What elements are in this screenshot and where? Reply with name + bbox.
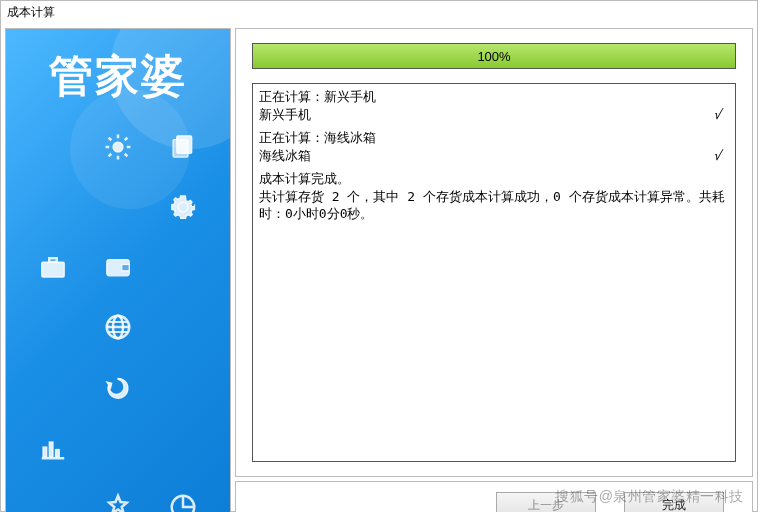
calculation-log: 正在计算：新兴手机 新兴手机 √ 正在计算：海线冰箱 海线冰箱 √ 成本计算完成… (252, 83, 736, 462)
svg-rect-12 (50, 258, 58, 262)
blank-icon (26, 486, 81, 512)
wallet-icon (91, 246, 146, 288)
check-icon: √ (713, 106, 729, 124)
globe-icon (91, 306, 146, 348)
log-line: 新兴手机 √ (259, 106, 729, 124)
svg-point-0 (113, 142, 123, 152)
blank-icon (26, 366, 81, 408)
window-title: 成本计算 (1, 1, 757, 24)
blank-icon (26, 306, 81, 348)
blank-icon (91, 186, 146, 228)
log-line: 正在计算：海线冰箱 (259, 129, 729, 147)
blank-icon (26, 126, 81, 168)
sidebar-banner: 管家婆 (5, 28, 231, 512)
brand-logo-text: 管家婆 (6, 29, 230, 116)
blank-icon (155, 306, 210, 348)
log-item-name: 海线冰箱 (259, 147, 311, 165)
main-content: 100% 正在计算：新兴手机 新兴手机 √ 正在计算：海线冰箱 海线冰箱 √ (235, 28, 753, 477)
undo-icon (91, 366, 146, 408)
sidebar-icon-grid (6, 116, 230, 512)
svg-line-7 (109, 154, 112, 157)
cost-calculation-window: 成本计算 管家婆 (0, 0, 758, 512)
blank-icon (155, 426, 210, 468)
progress-label: 100% (477, 49, 510, 64)
log-line: 成本计算完成。 (259, 170, 729, 188)
svg-rect-14 (122, 265, 130, 271)
briefcase-icon (26, 246, 81, 288)
blank-icon (26, 186, 81, 228)
sun-icon (91, 126, 146, 168)
blank-icon (91, 426, 146, 468)
pie-chart-icon (155, 486, 210, 512)
bar-chart-icon (26, 426, 81, 468)
svg-rect-21 (50, 442, 54, 457)
svg-line-5 (109, 138, 112, 141)
progress-bar: 100% (252, 43, 736, 69)
svg-rect-11 (42, 262, 65, 277)
gear-icon (155, 186, 210, 228)
blank-icon (155, 246, 210, 288)
log-line: 共计算存货 2 个，其中 2 个存货成本计算成功，0 个存货成本计算异常。共耗时… (259, 188, 729, 223)
svg-line-6 (125, 154, 128, 157)
prev-button[interactable]: 上一步 (496, 492, 596, 512)
blank-icon (155, 366, 210, 408)
finish-button[interactable]: 完成 (624, 492, 724, 512)
documents-icon (155, 126, 210, 168)
star-icon (91, 486, 146, 512)
svg-rect-20 (43, 447, 47, 457)
button-bar: 上一步 完成 (235, 481, 753, 512)
log-item-name: 新兴手机 (259, 106, 311, 124)
check-icon: √ (713, 147, 729, 165)
log-line: 正在计算：新兴手机 (259, 88, 729, 106)
content-area: 管家婆 (1, 24, 757, 512)
main-panel: 100% 正在计算：新兴手机 新兴手机 √ 正在计算：海线冰箱 海线冰箱 √ (235, 28, 753, 512)
svg-line-8 (125, 138, 128, 141)
svg-rect-10 (173, 140, 188, 158)
svg-rect-22 (56, 450, 60, 458)
log-line: 海线冰箱 √ (259, 147, 729, 165)
